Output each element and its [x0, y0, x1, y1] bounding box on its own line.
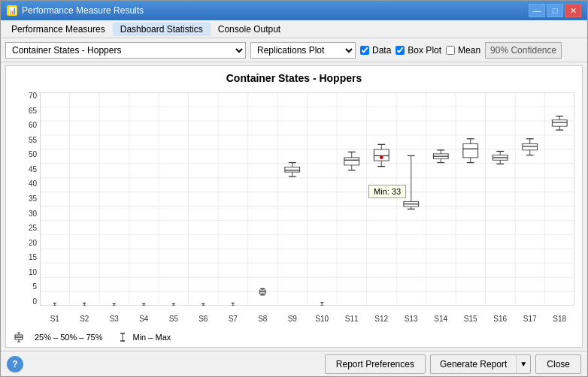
- maximize-button[interactable]: □: [547, 4, 563, 17]
- y-label-0: 0: [32, 298, 37, 306]
- data-checkbox[interactable]: [360, 46, 369, 55]
- y-label-5: 5: [32, 283, 37, 291]
- x-label-s5: S5: [159, 315, 189, 323]
- svg-point-81: [380, 156, 383, 159]
- x-label-s3: S3: [99, 315, 129, 323]
- title-bar-left: 📊 Performance Measure Results: [7, 5, 144, 16]
- generate-report-button[interactable]: Generate Report: [430, 354, 516, 374]
- boxplot-checkbox-group: Box Plot: [396, 45, 441, 56]
- title-bar-controls: — □ ✕: [529, 4, 581, 17]
- legend-box-label: 25% – 50% – 75%: [35, 333, 103, 342]
- bottom-bar: ? Report Preferences Generate Report ▼ C…: [1, 351, 587, 376]
- y-label-65: 65: [29, 107, 37, 115]
- generate-report-group: Generate Report ▼: [430, 354, 531, 374]
- data-checkbox-label: Data: [372, 45, 391, 56]
- x-label-s2: S2: [70, 315, 100, 323]
- svg-rect-98: [463, 143, 478, 157]
- chart-area: Container States - Hoppers 70 65 60 55 5…: [5, 65, 583, 348]
- x-label-s18: S18: [545, 315, 575, 323]
- x-label-s10: S10: [308, 315, 338, 323]
- y-label-50: 50: [29, 151, 37, 158]
- x-label-s15: S15: [456, 315, 486, 323]
- container-states-dropdown[interactable]: Container States - Hoppers: [5, 42, 246, 59]
- mean-checkbox[interactable]: [446, 46, 455, 55]
- x-label-s4: S4: [129, 315, 159, 323]
- y-label-40: 40: [29, 180, 37, 188]
- close-button[interactable]: Close: [535, 354, 581, 374]
- confidence-label: 90% Confidence: [485, 42, 562, 59]
- x-label-s1: S1: [40, 315, 70, 323]
- y-label-20: 20: [29, 240, 37, 247]
- legend-boxplot: 25% – 50% – 75%: [14, 332, 103, 342]
- svg-rect-110: [523, 143, 538, 149]
- x-label-s16: S16: [486, 315, 516, 323]
- menu-bar: Performance Measures Dashboard Statistic…: [1, 20, 587, 38]
- toolbar: Container States - Hoppers Replications …: [1, 38, 587, 62]
- menu-performance-measures[interactable]: Performance Measures: [4, 23, 113, 36]
- generate-report-dropdown[interactable]: ▼: [516, 354, 531, 374]
- help-button[interactable]: ?: [7, 356, 23, 372]
- x-label-s14: S14: [426, 315, 456, 323]
- report-preferences-button[interactable]: Report Preferences: [325, 354, 426, 374]
- titlebar-close-button[interactable]: ✕: [565, 4, 581, 17]
- plot-type-dropdown[interactable]: Replications Plot: [250, 42, 356, 59]
- legend-minmax: Min – Max: [115, 332, 171, 342]
- x-label-s11: S11: [337, 315, 367, 323]
- y-label-60: 60: [29, 122, 37, 129]
- x-label-s8: S8: [248, 315, 278, 323]
- window-title: Performance Measure Results: [22, 5, 144, 16]
- x-label-s7: S7: [218, 315, 248, 323]
- minimize-button[interactable]: —: [529, 4, 545, 17]
- menu-dashboard-statistics[interactable]: Dashboard Statistics: [113, 23, 211, 36]
- y-label-45: 45: [29, 166, 37, 173]
- boxplot-checkbox[interactable]: [396, 46, 405, 55]
- main-window: 📊 Performance Measure Results — □ ✕ Perf…: [0, 0, 588, 377]
- svg-rect-64: [285, 167, 300, 172]
- data-checkbox-group: Data: [360, 45, 391, 56]
- mean-checkbox-group: Mean: [446, 45, 480, 56]
- chart-title: Container States - Hoppers: [6, 66, 582, 87]
- x-label-s9: S9: [277, 315, 308, 323]
- y-label-30: 30: [29, 210, 37, 218]
- legend-box-icon: [14, 332, 32, 342]
- x-label-s17: S17: [515, 315, 545, 323]
- y-label-10: 10: [29, 269, 37, 276]
- y-label-15: 15: [29, 254, 37, 261]
- svg-rect-73: [344, 158, 359, 165]
- x-axis: S1 S2 S3 S4 S5 S6 S7 S8 S9 S10 S11 S12 S…: [40, 315, 574, 323]
- y-label-25: 25: [29, 225, 37, 232]
- y-label-55: 55: [29, 137, 37, 144]
- y-axis: 70 65 60 55 50 45 40 35 30 25 20 15 10 5…: [6, 92, 40, 306]
- y-label-70: 70: [29, 92, 37, 100]
- svg-rect-116: [552, 120, 567, 126]
- chart-svg: [40, 92, 574, 306]
- legend-minmax-label: Min – Max: [133, 333, 171, 342]
- legend-minmax-icon: [115, 332, 130, 342]
- app-icon: 📊: [7, 5, 17, 16]
- legend: 25% – 50% – 75% Min – Max: [14, 332, 171, 342]
- y-label-35: 35: [29, 195, 37, 203]
- x-label-s6: S6: [189, 315, 219, 323]
- x-label-s13: S13: [396, 315, 426, 323]
- title-bar: 📊 Performance Measure Results — □ ✕: [1, 1, 587, 20]
- mean-checkbox-label: Mean: [458, 45, 480, 56]
- x-label-s12: S12: [367, 315, 397, 323]
- menu-console-output[interactable]: Console Output: [211, 23, 288, 36]
- bottom-right: Report Preferences Generate Report ▼ Clo…: [325, 354, 581, 374]
- boxplot-checkbox-label: Box Plot: [408, 45, 441, 56]
- bottom-left: ?: [7, 356, 23, 372]
